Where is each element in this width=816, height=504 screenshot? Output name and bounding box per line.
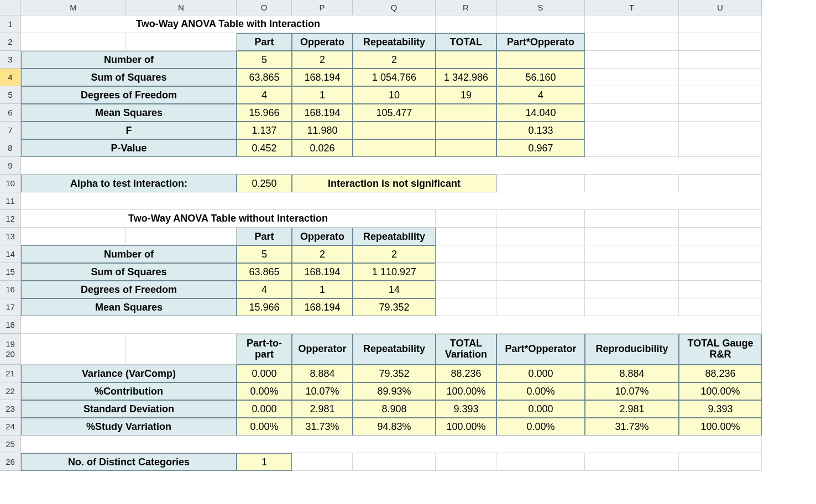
cell[interactable]: 8.884: [292, 365, 353, 382]
table-header[interactable]: TOTAL Gauge R&R: [679, 334, 762, 365]
cell[interactable]: 63.865: [237, 263, 292, 281]
row-header[interactable]: 15: [0, 263, 21, 281]
col-header-T[interactable]: T: [585, 0, 679, 15]
col-header-P[interactable]: P: [292, 0, 353, 15]
cell[interactable]: [436, 263, 496, 281]
cell[interactable]: [679, 175, 762, 192]
col-header-O[interactable]: O: [237, 0, 292, 15]
row-label[interactable]: %Study Varriation: [21, 418, 237, 435]
row-header[interactable]: 17: [0, 298, 21, 316]
cell[interactable]: [436, 15, 496, 33]
cell[interactable]: 79.352: [353, 365, 436, 382]
cell[interactable]: [679, 86, 762, 104]
cell[interactable]: 31.73%: [585, 418, 679, 435]
row-header[interactable]: 13: [0, 228, 21, 245]
row-header[interactable]: 14: [0, 245, 21, 263]
cell[interactable]: 0.00%: [237, 418, 292, 435]
cell[interactable]: [585, 298, 679, 316]
cell[interactable]: 168.194: [292, 69, 353, 86]
cell[interactable]: [679, 122, 762, 139]
cell[interactable]: [585, 104, 679, 122]
cell[interactable]: [585, 15, 679, 33]
spreadsheet[interactable]: M N O P Q R S T U 1 Two-Way ANOVA Table …: [0, 0, 816, 471]
row-header[interactable]: 12: [0, 210, 21, 228]
cell[interactable]: [126, 334, 237, 365]
cell[interactable]: 2.981: [292, 400, 353, 418]
cell[interactable]: [436, 228, 496, 245]
cell[interactable]: [436, 139, 496, 157]
row-header[interactable]: 7: [0, 122, 21, 139]
row-header[interactable]: 16: [0, 281, 21, 298]
cell[interactable]: [679, 263, 762, 281]
cell[interactable]: [21, 228, 126, 245]
cell[interactable]: [436, 122, 496, 139]
row-header[interactable]: 23: [0, 400, 21, 418]
cell[interactable]: [679, 281, 762, 298]
cell[interactable]: [21, 33, 126, 51]
cell[interactable]: [585, 175, 679, 192]
cell[interactable]: [436, 298, 496, 316]
cell[interactable]: [496, 263, 585, 281]
cell[interactable]: 5: [237, 51, 292, 69]
cell[interactable]: 0.000: [237, 365, 292, 382]
cell[interactable]: 0.000: [496, 365, 585, 382]
col-header-Q[interactable]: Q: [353, 0, 436, 15]
row-header[interactable]: 11: [0, 192, 21, 210]
row-header[interactable]: 9: [0, 157, 21, 175]
col-header-N[interactable]: N: [126, 0, 237, 15]
cell[interactable]: [292, 453, 353, 471]
table-header[interactable]: TOTAL Variation: [436, 334, 496, 365]
table-header[interactable]: Opperato: [292, 228, 353, 245]
cell[interactable]: [21, 157, 762, 175]
cell[interactable]: [679, 210, 762, 228]
cell[interactable]: 100.00%: [436, 418, 496, 435]
row-header[interactable]: 6: [0, 104, 21, 122]
cell[interactable]: [679, 453, 762, 471]
row-label[interactable]: Variance (VarComp): [21, 365, 237, 382]
table-header[interactable]: Repeatability: [353, 33, 436, 51]
row-label[interactable]: Number of: [21, 245, 237, 263]
cell[interactable]: 2.981: [585, 400, 679, 418]
row-header[interactable]: 4: [0, 69, 21, 86]
cell[interactable]: 15.966: [237, 104, 292, 122]
row-header[interactable]: 8: [0, 139, 21, 157]
table-header[interactable]: Opperato: [292, 33, 353, 51]
row-label[interactable]: Degrees of Freedom: [21, 86, 237, 104]
cell[interactable]: 1 110.927: [353, 263, 436, 281]
cell[interactable]: 2: [292, 51, 353, 69]
row-header[interactable]: 19 20: [0, 334, 21, 365]
cell[interactable]: 168.194: [292, 104, 353, 122]
cell[interactable]: [585, 453, 679, 471]
cell[interactable]: [585, 51, 679, 69]
row-label[interactable]: F: [21, 122, 237, 139]
cell[interactable]: 10.07%: [585, 382, 679, 400]
cell[interactable]: 9.393: [436, 400, 496, 418]
cell[interactable]: [353, 453, 436, 471]
cell[interactable]: 4: [496, 86, 585, 104]
cell[interactable]: 88.236: [679, 365, 762, 382]
cell[interactable]: [585, 281, 679, 298]
table-header[interactable]: TOTAL: [436, 33, 496, 51]
alpha-value[interactable]: 0.250: [237, 175, 292, 192]
cell[interactable]: 2: [292, 245, 353, 263]
cell[interactable]: 94.83%: [353, 418, 436, 435]
cell[interactable]: 0.00%: [496, 382, 585, 400]
cell[interactable]: 4: [237, 86, 292, 104]
table-header[interactable]: Part: [237, 228, 292, 245]
cell[interactable]: 1 054.766: [353, 69, 436, 86]
table-header[interactable]: Reproducibility: [585, 334, 679, 365]
cell[interactable]: 2: [353, 245, 436, 263]
col-header-R[interactable]: R: [436, 0, 496, 15]
table-header[interactable]: Part-to-part: [237, 334, 292, 365]
cell[interactable]: 100.00%: [436, 382, 496, 400]
row-header[interactable]: 22: [0, 382, 21, 400]
cell[interactable]: 88.236: [436, 365, 496, 382]
cell[interactable]: [679, 139, 762, 157]
table-header[interactable]: Part*Opperato: [496, 33, 585, 51]
row-header[interactable]: 3: [0, 51, 21, 69]
row-label[interactable]: Degrees of Freedom: [21, 281, 237, 298]
cell[interactable]: 1.137: [237, 122, 292, 139]
cell[interactable]: [496, 453, 585, 471]
cell[interactable]: [496, 245, 585, 263]
cell[interactable]: [679, 298, 762, 316]
